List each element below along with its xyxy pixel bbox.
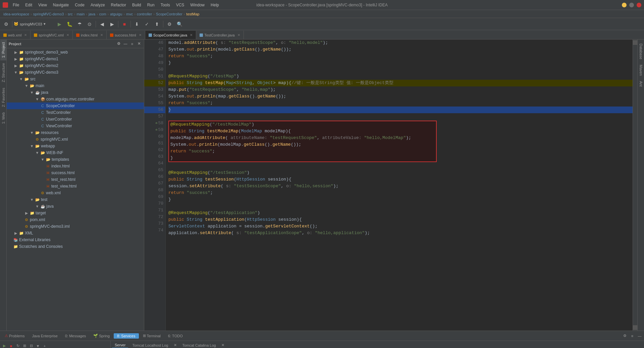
sidebar-config-button[interactable]: ⚙ <box>116 41 122 47</box>
menu-view[interactable]: View <box>36 2 50 8</box>
tree-item-xml[interactable]: ▶ 📁 XML <box>7 230 144 236</box>
tree-item-src[interactable]: ▼ 📂 src <box>7 76 144 82</box>
run-config-selector[interactable]: 🐱 springMVC03 ▾ <box>14 19 54 29</box>
tree-item-usercontroller[interactable]: C UserController <box>7 116 144 123</box>
tree-item-resources[interactable]: ▼ 📂 resources <box>7 129 144 136</box>
menu-help[interactable]: Help <box>208 2 222 8</box>
btt-spring[interactable]: 🌱 Spring <box>90 333 113 339</box>
tree-item-package[interactable]: ▼ 📦 com.atguigu.mvc.controller <box>7 96 144 102</box>
project-structure-button[interactable]: ⚙ <box>1 19 11 29</box>
maximize-button[interactable] <box>629 3 634 7</box>
tab-scopecontroller[interactable]: ScopeController.java ✕ <box>145 30 197 39</box>
menu-tools[interactable]: Tools <box>158 2 173 8</box>
menu-refactor[interactable]: Refactor <box>108 2 129 8</box>
tree-item-viewcontroller[interactable]: C ViewController <box>7 123 144 129</box>
breadcrumb-controller[interactable]: controller <box>137 12 152 16</box>
tab-close-scopecontroller[interactable]: ✕ <box>190 33 193 37</box>
services-run-button[interactable]: ▶ <box>1 343 7 348</box>
tree-item-testcontroller[interactable]: C TestController <box>7 109 144 116</box>
vcs-push-button[interactable]: ⬆ <box>152 19 162 29</box>
stab-localhost-close[interactable]: ✕ <box>172 342 178 348</box>
menu-code[interactable]: Code <box>72 2 87 8</box>
breadcrumb-atguigu[interactable]: atguigu <box>110 12 122 16</box>
breadcrumb-idea-workspace[interactable]: idea-workspace <box>3 12 29 16</box>
tree-item-test[interactable]: ▼ 📂 test <box>7 196 144 203</box>
tree-item-main[interactable]: ▼ 📂 main <box>7 82 144 89</box>
tree-item-springboot[interactable]: ▶ 📁 springboot_demo3_web <box>7 49 144 56</box>
scroll-down-button[interactable] <box>633 325 637 330</box>
breadcrumb-mvc[interactable]: mvc <box>126 12 133 16</box>
menu-edit[interactable]: Edit <box>22 2 35 8</box>
breadcrumb-java[interactable]: java <box>89 12 95 16</box>
breadcrumb-src[interactable]: src <box>68 12 73 16</box>
code-content[interactable]: model.addAttribute( s: "testRequestScope… <box>166 40 633 331</box>
tree-item-demo3[interactable]: ▼ 📂 springMVC-demo3 <box>7 69 144 76</box>
stab-catalina-log[interactable]: Tomcat Catalina Log <box>179 343 218 348</box>
tree-item-scratches[interactable]: 📁 Scratches and Consoles <box>7 243 144 250</box>
services-add-button[interactable]: + <box>42 343 48 348</box>
tab-close-webxml[interactable]: ✕ <box>24 33 27 37</box>
tree-item-webinf[interactable]: ▼ 📂 WEB-INF <box>7 149 144 156</box>
breadcrumb-scopecontroller[interactable]: ScopeController <box>156 12 182 16</box>
tree-item-java2[interactable]: ▼ ☕ java <box>7 203 144 210</box>
stop-button[interactable]: ■ <box>120 19 129 29</box>
vtab-favorites[interactable]: 2: Favorites <box>0 85 6 110</box>
bottom-hide-button[interactable]: — <box>637 333 643 339</box>
tab-close-successhtml[interactable]: ✕ <box>139 33 142 37</box>
vtab-structure[interactable]: Z: Structure <box>0 60 6 85</box>
breadcrumb-main[interactable]: main <box>76 12 85 16</box>
btt-todo[interactable]: 6: TODO <box>165 333 186 339</box>
services-stop-button[interactable]: ■ <box>8 343 14 348</box>
tree-item-target[interactable]: ▶ 📁 target <box>7 210 144 216</box>
breadcrumb-com[interactable]: com <box>99 12 106 16</box>
tab-close-testcontroller[interactable]: ✕ <box>237 33 240 37</box>
tree-item-iml[interactable]: ⚙ springMVC-demo3.iml <box>7 223 144 230</box>
services-group-button[interactable]: ⊟ <box>28 343 34 348</box>
sidebar-close-button[interactable]: ✕ <box>136 41 142 47</box>
close-button[interactable] <box>637 3 641 7</box>
tree-item-indexhtml[interactable]: H index.html <box>7 163 144 169</box>
bottom-gear-button[interactable]: ≡ <box>629 333 635 339</box>
menu-vcs[interactable]: VCS <box>173 2 187 8</box>
tree-item-successhtml[interactable]: H success.html <box>7 169 144 176</box>
right-scrollbar[interactable] <box>633 40 637 331</box>
tree-item-scopecontroller[interactable]: C ScopeController <box>7 102 144 109</box>
vcs-commit-button[interactable]: ✓ <box>142 19 152 29</box>
vcs-update-button[interactable]: ⬇ <box>132 19 142 29</box>
scroll-up-button[interactable] <box>633 40 637 45</box>
services-tree-button[interactable]: ⊞ <box>21 343 28 348</box>
sidebar-gear-button[interactable]: ≡ <box>129 41 135 47</box>
stab-catalina-close[interactable]: ✕ <box>220 342 226 348</box>
tab-successhtml[interactable]: success.html ✕ <box>107 30 145 39</box>
run-button[interactable]: ▶ <box>55 19 64 29</box>
btt-services[interactable]: 8: Services <box>114 333 139 339</box>
minimize-button[interactable] <box>622 3 627 7</box>
tree-item-springmvcxml-res[interactable]: ⚙ springMVC.xml <box>7 136 144 143</box>
tree-item-demo1[interactable]: ▶ 📁 springMVC-demo1 <box>7 56 144 62</box>
menu-file[interactable]: File <box>10 2 22 8</box>
btt-messages[interactable]: 0: Messages <box>62 333 89 339</box>
tree-item-templates[interactable]: ▼ 📂 templates <box>7 156 144 163</box>
tab-webxml[interactable]: web.xml ✕ <box>0 30 31 39</box>
menu-build[interactable]: Build <box>129 2 144 8</box>
debug-button[interactable]: 🐛 <box>65 19 74 29</box>
btt-terminal[interactable]: ⊞ Terminal <box>140 333 164 339</box>
vtab-maven[interactable]: Maven <box>638 62 644 78</box>
tree-item-testresthtml[interactable]: H test_rest.html <box>7 176 144 183</box>
run-with-coverage-button[interactable]: ☂ <box>75 19 84 29</box>
tree-item-demo2[interactable]: ▶ 📁 springMVC-demo2 <box>7 62 144 69</box>
tab-close-springmvcxml[interactable]: ✕ <box>66 33 69 37</box>
services-filter-button[interactable]: ▼ <box>35 343 41 348</box>
vtab-database[interactable]: Database <box>638 41 644 62</box>
vtab-web[interactable]: 1: Web <box>0 110 6 127</box>
btt-problems[interactable]: ⚠ Problems <box>1 333 28 339</box>
breadcrumb-springmvc-demo3[interactable]: springMVC-demo3 <box>33 12 64 16</box>
stab-localhost-log[interactable]: Tomcat Localhost Log <box>129 343 171 348</box>
menu-window[interactable]: Window <box>187 2 207 8</box>
profile-button[interactable]: ⊙ <box>85 19 94 29</box>
search-everywhere-button[interactable]: 🔍 <box>175 19 184 29</box>
forward-button[interactable]: ▶ <box>107 19 117 29</box>
tree-item-java[interactable]: ▼ ☕ java <box>7 89 144 96</box>
tree-item-pomxml[interactable]: ⚙ pom.xml <box>7 216 144 223</box>
settings-button[interactable]: ⚙ <box>165 19 174 29</box>
